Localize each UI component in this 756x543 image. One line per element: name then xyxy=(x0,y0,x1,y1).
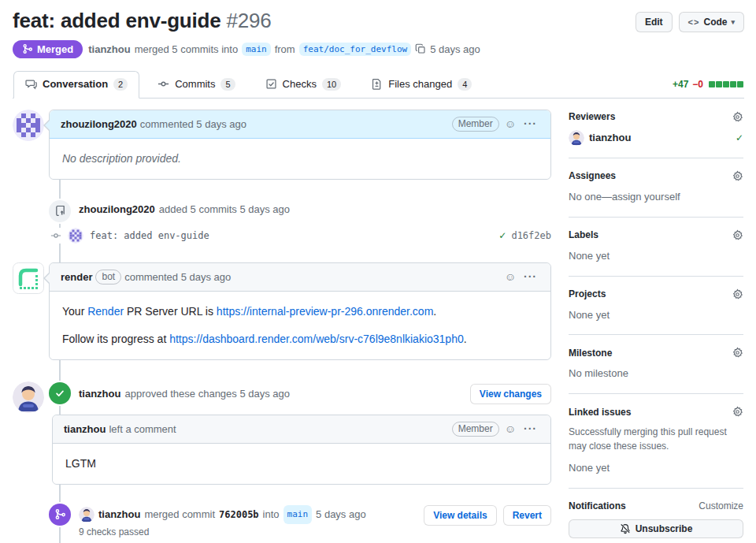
gear-icon[interactable] xyxy=(732,229,743,241)
merge-action: merged commit xyxy=(144,507,215,523)
commit-message[interactable]: feat: added env-guide xyxy=(90,230,209,241)
comment-action: commented 5 days ago xyxy=(140,118,246,130)
commit-row: feat: added env-guide ✓ d16f2eb xyxy=(50,228,551,244)
gear-icon[interactable] xyxy=(732,347,743,359)
files-changed-count: 4 xyxy=(458,78,472,91)
sidebar-section-notifications: Notifications Customize Unsubscribe You’… xyxy=(569,489,743,543)
checks-count: 10 xyxy=(322,78,341,91)
review-author[interactable]: tianzhou xyxy=(79,386,120,402)
view-details-button[interactable]: View details xyxy=(424,505,496,526)
emoji-reaction-icon[interactable]: ☺ xyxy=(502,271,518,282)
reviewers-title[interactable]: Reviewers xyxy=(569,111,615,122)
commits-group-event: zhouzilong2020 added 5 commits 5 days ag… xyxy=(13,202,551,218)
tab-conversation[interactable]: Conversation 2 xyxy=(13,71,139,99)
merged-commit-sha[interactable]: 762005b xyxy=(219,507,259,523)
code-icon: <> xyxy=(688,15,700,29)
merge-time: 5 days ago xyxy=(316,507,366,523)
avatar-zhouzilong2020[interactable] xyxy=(13,110,44,141)
commits-action: added 5 commits 5 days ago xyxy=(159,202,290,218)
commit-status-check-icon[interactable]: ✓ xyxy=(498,230,506,241)
repo-push-icon xyxy=(49,200,71,222)
git-merge-icon xyxy=(22,43,33,54)
member-badge: Member xyxy=(452,117,499,132)
render-link[interactable]: Render xyxy=(87,305,124,318)
review-action: approved these changes 5 days ago xyxy=(124,386,290,402)
approved-check-icon: ✓ xyxy=(736,132,743,143)
avatar-zhouzilong2020-small[interactable] xyxy=(68,228,83,244)
from-word: from xyxy=(275,43,295,55)
linked-issues-description: Successfully merging this pull request m… xyxy=(569,426,743,453)
edit-button[interactable]: Edit xyxy=(636,12,673,32)
pr-description-comment: zhouzilong2020 commented 5 days ago Memb… xyxy=(13,110,551,180)
tab-commits[interactable]: Commits 5 xyxy=(146,71,246,99)
view-changes-button[interactable]: View changes xyxy=(470,384,551,404)
commit-icon xyxy=(158,78,169,90)
preview-url-link[interactable]: https://internal-preview-pr-296.onrender… xyxy=(217,305,433,318)
commit-sha[interactable]: d16f2eb xyxy=(511,230,551,241)
emoji-reaction-icon[interactable]: ☺ xyxy=(502,423,518,434)
tab-files-changed[interactable]: Files changed 4 xyxy=(359,71,484,99)
page-title: feat: added env-guide #296 xyxy=(13,9,272,33)
head-branch-label[interactable]: feat/doc_for_devflow xyxy=(299,43,411,56)
base-branch-label[interactable]: main xyxy=(242,43,271,56)
kebab-menu-icon[interactable]: ··· xyxy=(521,271,539,282)
projects-title[interactable]: Projects xyxy=(569,288,606,299)
merge-author[interactable]: tianzhou xyxy=(88,43,130,55)
comment-author[interactable]: render xyxy=(61,271,92,283)
reviewer-name[interactable]: tianzhou xyxy=(589,132,631,143)
review-approval-event: tianzhou approved these changes 5 days a… xyxy=(13,384,551,485)
copy-icon[interactable] xyxy=(415,43,426,54)
pr-title-text: feat: added env-guide xyxy=(13,9,221,32)
gear-icon[interactable] xyxy=(732,111,743,123)
dashboard-url-link[interactable]: https://dashboard.render.com/web/srv-c76… xyxy=(169,333,464,345)
linked-issues-title[interactable]: Linked issues xyxy=(569,407,631,418)
comment-author[interactable]: tianzhou xyxy=(64,423,106,435)
merged-status-badge: Merged xyxy=(13,40,83,58)
commits-count: 5 xyxy=(220,78,235,91)
comment-discussion-icon xyxy=(25,78,37,90)
review-comment: tianzhou left a comment Member ☺ ··· LGT… xyxy=(52,415,551,485)
labels-title[interactable]: Labels xyxy=(569,229,598,240)
linked-issues-empty-text: None yet xyxy=(569,461,743,476)
bot-badge: bot xyxy=(95,270,121,285)
comment-header: tianzhou left a comment Member ☺ ··· xyxy=(53,415,550,444)
sidebar-section-linked-issues: Linked issues Successfully merging this … xyxy=(569,394,743,489)
base-branch-label[interactable]: main xyxy=(284,505,313,524)
sidebar-section-milestone: Milestone No milestone xyxy=(569,335,743,394)
diffstat: +47 −0 xyxy=(673,79,743,98)
merge-author[interactable]: tianzhou xyxy=(98,507,140,523)
merge-event: tianzhou merged commit 762005b into main… xyxy=(13,505,551,537)
sidebar-section-assignees: Assignees No one—assign yourself xyxy=(569,158,743,218)
milestone-title[interactable]: Milestone xyxy=(569,348,612,359)
pr-meta: Merged tianzhou merged 5 commits into ma… xyxy=(13,40,744,58)
reviewer-row[interactable]: tianzhou ✓ xyxy=(569,130,743,146)
gear-icon[interactable] xyxy=(732,170,743,182)
additions-count: +47 xyxy=(673,79,688,90)
kebab-menu-icon[interactable]: ··· xyxy=(521,118,539,129)
pull-request-page: feat: added env-guide #296 Edit <> Code … xyxy=(0,0,756,543)
gear-icon[interactable] xyxy=(732,406,743,418)
render-bot-comment: render bot commented 5 days ago ☺ ··· Yo… xyxy=(13,262,551,360)
avatar-tianzhou-small[interactable] xyxy=(569,130,584,146)
assignees-empty-text[interactable]: No one—assign yourself xyxy=(569,190,743,205)
projects-empty-text: None yet xyxy=(569,308,743,323)
gear-icon[interactable] xyxy=(732,288,743,300)
kebab-menu-icon[interactable]: ··· xyxy=(521,423,539,434)
unsubscribe-button[interactable]: Unsubscribe xyxy=(569,519,743,538)
into-word: into xyxy=(263,507,280,523)
member-badge: Member xyxy=(452,422,499,437)
avatar-render-bot[interactable] xyxy=(13,262,44,294)
checks-passed-text[interactable]: 9 checks passed xyxy=(79,526,424,537)
customize-link[interactable]: Customize xyxy=(699,500,743,511)
merge-action-text: merged 5 commits into xyxy=(135,43,239,55)
emoji-reaction-icon[interactable]: ☺ xyxy=(502,118,518,129)
revert-button[interactable]: Revert xyxy=(503,505,551,526)
commits-author[interactable]: zhouzilong2020 xyxy=(79,202,155,218)
assignees-title[interactable]: Assignees xyxy=(569,170,616,181)
comment-author[interactable]: zhouzilong2020 xyxy=(61,118,137,130)
avatar-tianzhou-small[interactable] xyxy=(79,507,94,523)
code-button[interactable]: <> Code ▾ xyxy=(679,12,744,32)
comment-action: commented 5 days ago xyxy=(124,271,231,283)
tab-checks[interactable]: Checks 10 xyxy=(254,71,354,99)
bell-slash-icon xyxy=(620,523,631,534)
